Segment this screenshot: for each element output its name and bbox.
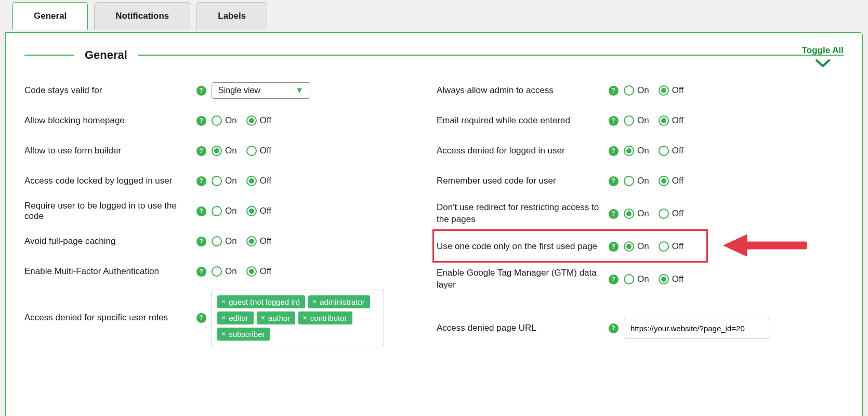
- divider-right: [138, 55, 844, 56]
- radio-on[interactable]: [624, 209, 634, 219]
- setting-row: Use one code only on the first used page…: [437, 231, 844, 262]
- help-cell: ?: [603, 146, 624, 156]
- close-icon[interactable]: ×: [303, 314, 307, 322]
- help-icon[interactable]: ?: [196, 86, 206, 96]
- setting-control: [624, 318, 844, 339]
- help-icon[interactable]: ?: [609, 116, 619, 126]
- help-cell: ?: [603, 209, 624, 219]
- setting-label: Allow blocking homepage: [24, 115, 191, 126]
- close-icon[interactable]: ×: [221, 330, 226, 338]
- radio-on[interactable]: [212, 146, 222, 156]
- close-icon[interactable]: ×: [221, 297, 226, 306]
- radio-off[interactable]: [659, 241, 669, 252]
- setting-row: Email required while code entered?OnOff: [437, 106, 844, 136]
- radio-on[interactable]: [624, 146, 634, 156]
- role-chip[interactable]: ×subscriber: [217, 328, 270, 341]
- close-icon[interactable]: ×: [261, 314, 265, 322]
- help-icon[interactable]: ?: [196, 313, 206, 323]
- help-icon[interactable]: ?: [196, 176, 206, 186]
- setting-row: Code stays valid for?Single view▼: [24, 75, 431, 106]
- roles-chipbox[interactable]: ×guest (not logged in)×administrator×edi…: [212, 290, 384, 346]
- code-valid-select[interactable]: Single view▼: [212, 82, 310, 99]
- help-icon[interactable]: ?: [196, 237, 206, 246]
- radio-off[interactable]: [659, 115, 669, 126]
- radio-on[interactable]: [212, 115, 222, 126]
- setting-row: Always allow admin to access?OnOff: [437, 75, 844, 106]
- radio-off[interactable]: [246, 266, 257, 277]
- help-icon[interactable]: ?: [196, 206, 206, 216]
- help-icon[interactable]: ?: [609, 86, 619, 96]
- radio-off[interactable]: [246, 236, 257, 246]
- chip-label: administrator: [320, 297, 365, 306]
- help-icon[interactable]: ?: [609, 323, 619, 333]
- setting-row: Don't use redirect for restricting acces…: [437, 196, 844, 231]
- help-icon[interactable]: ?: [609, 209, 619, 219]
- setting-control: OnOff: [212, 176, 431, 186]
- radio-label: Off: [672, 176, 683, 186]
- radio-on[interactable]: [212, 236, 222, 246]
- help-cell: ?: [191, 146, 212, 156]
- radio-on[interactable]: [624, 115, 634, 126]
- help-icon[interactable]: ?: [609, 242, 619, 252]
- radio-on[interactable]: [212, 266, 222, 277]
- radio-off[interactable]: [659, 209, 669, 219]
- radio-off[interactable]: [246, 206, 257, 216]
- setting-control: OnOff: [212, 236, 431, 246]
- help-cell: ?: [603, 116, 624, 126]
- radio-on[interactable]: [624, 241, 634, 252]
- radio-on[interactable]: [624, 176, 634, 186]
- tab-notifications[interactable]: Notifications: [94, 2, 190, 30]
- close-icon[interactable]: ×: [312, 297, 317, 306]
- help-cell: ?: [603, 323, 624, 333]
- radio-off[interactable]: [246, 115, 257, 126]
- access-denied-url-input[interactable]: [624, 318, 769, 339]
- setting-label: Access code locked by logged in user: [24, 176, 191, 186]
- radio-label: On: [225, 266, 237, 277]
- radio-label: Off: [260, 146, 271, 156]
- radio-on[interactable]: [212, 176, 222, 186]
- radio-on[interactable]: [624, 274, 634, 284]
- help-icon[interactable]: ?: [196, 116, 206, 126]
- role-chip[interactable]: ×guest (not logged in): [217, 295, 305, 308]
- radio-label: On: [637, 115, 649, 126]
- help-icon[interactable]: ?: [196, 146, 206, 156]
- tab-general[interactable]: General: [12, 2, 88, 30]
- setting-control: OnOff: [212, 115, 431, 126]
- radio-label: Off: [260, 206, 271, 216]
- radio-off[interactable]: [659, 146, 669, 156]
- setting-label: Code stays valid for: [24, 85, 191, 96]
- setting-label: Enable Google Tag Manager (GTM) data lay…: [437, 264, 603, 294]
- radio-label: Off: [260, 176, 271, 186]
- help-cell: ?: [191, 237, 212, 246]
- role-chip[interactable]: ×contributor: [298, 311, 352, 324]
- setting-control: OnOff: [624, 146, 844, 156]
- close-icon[interactable]: ×: [221, 314, 226, 322]
- radio-label: Off: [672, 85, 683, 96]
- tab-labels[interactable]: Labels: [196, 2, 267, 30]
- radio-off[interactable]: [246, 146, 257, 156]
- setting-control: OnOff: [624, 176, 844, 186]
- role-chip[interactable]: ×author: [257, 311, 296, 324]
- help-icon[interactable]: ?: [609, 176, 619, 186]
- help-icon[interactable]: ?: [609, 275, 619, 284]
- setting-row: Remember used code for user?OnOff: [437, 166, 844, 196]
- setting-label: Access denied for specific user roles: [24, 313, 191, 323]
- radio-off[interactable]: [246, 176, 257, 186]
- help-icon[interactable]: ?: [609, 146, 619, 156]
- setting-control: OnOff: [212, 206, 431, 216]
- tabs-bar: General Notifications Labels: [0, 0, 868, 30]
- role-chip[interactable]: ×editor: [217, 311, 254, 324]
- chip-label: editor: [229, 314, 248, 322]
- help-cell: ?: [603, 176, 624, 186]
- radio-off[interactable]: [659, 176, 669, 186]
- radio-label: On: [225, 146, 237, 156]
- radio-on[interactable]: [212, 206, 222, 216]
- help-icon[interactable]: ?: [196, 267, 206, 277]
- toggle-all-button[interactable]: Toggle All: [802, 45, 844, 71]
- radio-off[interactable]: [659, 274, 669, 284]
- setting-label: Enable Multi-Factor Authentication: [24, 266, 191, 277]
- radio-label: Off: [260, 115, 271, 126]
- radio-off[interactable]: [659, 85, 669, 96]
- radio-on[interactable]: [624, 85, 634, 96]
- role-chip[interactable]: ×administrator: [308, 295, 370, 308]
